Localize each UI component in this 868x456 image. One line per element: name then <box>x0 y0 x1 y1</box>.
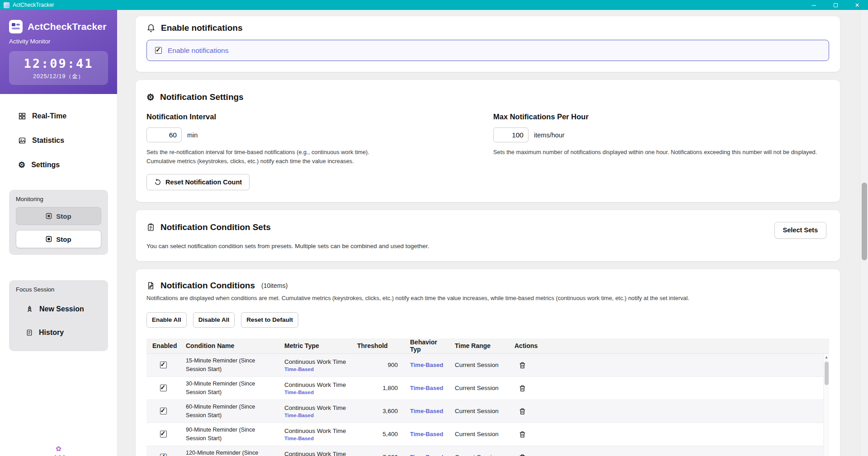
focus-item-label: History <box>39 329 64 337</box>
actions-cell <box>509 404 829 418</box>
max-per-hour-input[interactable] <box>493 127 528 142</box>
reset-notification-count-button[interactable]: Reset Notification Count <box>146 174 250 190</box>
threshold-value: 5,400 <box>351 431 404 437</box>
header-metric-type: Metric Type <box>278 342 351 349</box>
close-button[interactable]: ✕ <box>846 0 868 10</box>
table-row: 30-Minute Reminder (Since Session Start)… <box>146 377 829 400</box>
card-heading: Notification Conditions (10items) <box>146 280 829 291</box>
select-sets-button[interactable]: Select Sets <box>774 222 826 239</box>
sidebar: ActCheckTracker Activity Monitor 12:09:4… <box>0 10 118 456</box>
card-title: Enable notifications <box>161 23 243 33</box>
card-title: Notification Settings <box>160 92 244 103</box>
stop-button-secondary[interactable]: Stop <box>16 207 101 225</box>
sidebar-header: ActCheckTracker Activity Monitor 12:09:4… <box>0 10 117 94</box>
focus-item-label: New Session <box>39 305 84 313</box>
row-enabled-checkbox[interactable] <box>160 385 167 391</box>
header-enabled: Enabled <box>146 342 180 349</box>
window-scrollbar[interactable] <box>860 10 868 456</box>
maximize-button[interactable] <box>825 0 846 10</box>
notification-settings-card: ⚙ Notification Settings Notification Int… <box>136 80 840 202</box>
enabled-cell <box>146 362 180 368</box>
realtime-grid-icon <box>18 112 26 120</box>
enabled-cell <box>146 454 180 456</box>
window-scrollbar-thumb[interactable] <box>862 183 867 260</box>
enable-notifications-toggle[interactable]: Enable notifications <box>146 40 829 61</box>
interval-field-group: Notification Interval min Sets the re-no… <box>146 113 482 190</box>
behavior-type: Time-Based <box>404 362 449 368</box>
table-row: 90-Minute Reminder (Since Session Start)… <box>146 423 829 446</box>
table-scrollbar[interactable]: ▲ <box>823 354 829 456</box>
app-logo-icon <box>9 20 23 33</box>
gear-icon: ⚙ <box>18 161 25 169</box>
metric-type: Continuous Work Time <box>284 428 351 434</box>
trash-icon <box>519 453 526 456</box>
sidebar-item-settings[interactable]: ⚙ Settings <box>0 153 117 177</box>
max-per-hour-description: Sets the maximum number of notifications… <box>493 148 829 157</box>
history-item[interactable]: History <box>16 321 101 344</box>
row-enabled-checkbox[interactable] <box>160 454 167 456</box>
row-enabled-checkbox[interactable] <box>160 408 167 414</box>
table-header-row: Enabled Condition Name Metric Type Thres… <box>146 338 829 354</box>
disable-all-button[interactable]: Disable All <box>193 312 235 328</box>
condition-name: 90-Minute Reminder (Since Session Start) <box>180 426 278 442</box>
card-heading: Notification Condition Sets <box>146 222 829 233</box>
enable-notifications-checkbox[interactable] <box>155 47 162 54</box>
table-row: 120-Minute Reminder (Since Session Start… <box>146 446 829 456</box>
threshold-value: 1,800 <box>351 385 404 391</box>
stop-label: Stop <box>56 212 71 220</box>
clock-display: 12:09:41 2025/12/19（金） <box>9 51 108 85</box>
trash-icon <box>519 430 526 438</box>
clock-time: 12:09:41 <box>9 56 108 71</box>
metric-cell: Continuous Work Time Time-Based <box>278 451 351 456</box>
interval-unit: min <box>187 132 198 139</box>
sidebar-footer: ✿ v1.0.0 <box>0 445 117 456</box>
flower-icon[interactable]: ✿ <box>0 445 117 452</box>
settings-grid: Notification Interval min Sets the re-no… <box>146 113 829 190</box>
actions-cell <box>509 381 829 395</box>
stop-button-primary[interactable]: Stop <box>16 230 101 248</box>
reset-to-default-button[interactable]: Reset to Default <box>241 312 298 328</box>
version-label: v1.0.0 <box>0 454 117 456</box>
card-title: Notification Condition Sets <box>160 222 271 233</box>
interval-description: Sets the re-notification interval for ti… <box>146 148 482 166</box>
rocket-icon <box>26 306 33 313</box>
row-enabled-checkbox[interactable] <box>160 431 167 437</box>
delete-condition-button[interactable] <box>514 451 530 456</box>
sidebar-item-realtime[interactable]: Real-Time <box>0 104 117 128</box>
app-window: ActCheckTracker Activity Monitor 12:09:4… <box>0 10 868 456</box>
header-behavior-type: Behavior Typ <box>404 338 449 353</box>
app-subtitle: Activity Monitor <box>9 38 108 45</box>
header-actions: Actions <box>509 342 829 349</box>
new-session-item[interactable]: New Session <box>16 297 101 321</box>
window-title: ActCheckTracker <box>13 2 54 8</box>
minimize-button[interactable]: ─ <box>803 0 825 10</box>
max-per-hour-field-group: Max Notifications Per Hour items/hour Se… <box>493 113 829 190</box>
delete-condition-button[interactable] <box>514 404 530 418</box>
delete-condition-button[interactable] <box>514 428 530 441</box>
nav-label: Settings <box>31 161 60 169</box>
delete-condition-button[interactable] <box>514 381 530 395</box>
row-enabled-checkbox[interactable] <box>160 362 167 368</box>
conditions-description: Notifications are displayed when conditi… <box>146 295 829 301</box>
logo-row: ActCheckTracker <box>9 20 108 33</box>
enable-all-button[interactable]: Enable All <box>146 312 187 328</box>
interval-input[interactable] <box>146 127 182 142</box>
delete-condition-button[interactable] <box>514 358 530 372</box>
time-range: Current Session <box>449 431 509 437</box>
statistics-icon <box>18 136 26 145</box>
table-scrollbar-thumb[interactable] <box>825 362 829 385</box>
metric-type: Continuous Work Time <box>284 404 351 411</box>
time-range: Current Session <box>449 362 509 368</box>
desc-line: Cumulative metrics (keystrokes, clicks, … <box>146 157 482 166</box>
bell-icon <box>146 24 156 33</box>
focus-session-title: Focus Session <box>16 286 101 293</box>
sidebar-item-statistics[interactable]: Statistics <box>0 128 117 153</box>
metric-subtype: Time-Based <box>284 390 351 395</box>
document-icon <box>26 329 33 337</box>
reset-icon <box>154 179 161 186</box>
app-icon <box>4 2 9 8</box>
card-heading: Enable notifications <box>146 23 829 33</box>
clock-date: 2025/12/19（金） <box>9 73 108 80</box>
scroll-up-icon[interactable]: ▲ <box>824 354 829 359</box>
sidebar-nav: Real-Time Statistics ⚙ Settings <box>0 94 117 177</box>
